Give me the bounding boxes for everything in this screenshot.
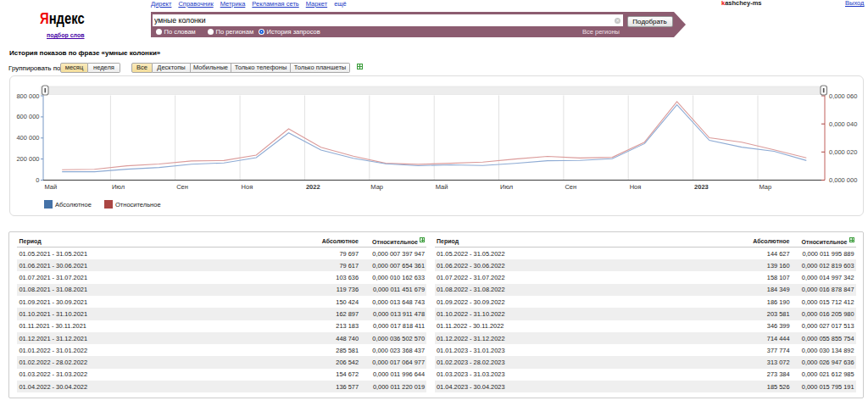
svg-text:Ноя: Ноя: [630, 183, 642, 191]
svg-text:Относительное: Относительное: [115, 201, 161, 209]
svg-text:Ноя: Ноя: [242, 183, 253, 191]
svg-text:Сен: Сен: [565, 183, 576, 191]
svg-text:200 000: 200 000: [16, 155, 39, 163]
svg-text:0,000 060: 0,000 060: [829, 92, 857, 100]
svg-text:0: 0: [36, 176, 39, 184]
svg-text:600 000: 600 000: [16, 113, 39, 120]
svg-text:Июл: Июл: [500, 183, 513, 191]
svg-text:0,000 000: 0,000 000: [829, 176, 857, 184]
svg-text:2023: 2023: [694, 183, 709, 191]
svg-text:800 000: 800 000: [16, 92, 39, 100]
svg-text:Мар: Мар: [760, 183, 772, 191]
svg-text:Май: Май: [45, 183, 58, 191]
svg-text:Май: Май: [436, 183, 448, 191]
svg-text:2022: 2022: [306, 183, 320, 191]
svg-text:Абсолютное: Абсолютное: [55, 201, 92, 209]
svg-text:Сен: Сен: [176, 183, 188, 191]
svg-text:0,000 020: 0,000 020: [829, 148, 857, 156]
svg-text:Июл: Июл: [112, 183, 125, 191]
svg-text:0,000 040: 0,000 040: [829, 120, 857, 128]
svg-text:Мар: Мар: [370, 183, 383, 191]
svg-text:400 000: 400 000: [16, 134, 39, 142]
